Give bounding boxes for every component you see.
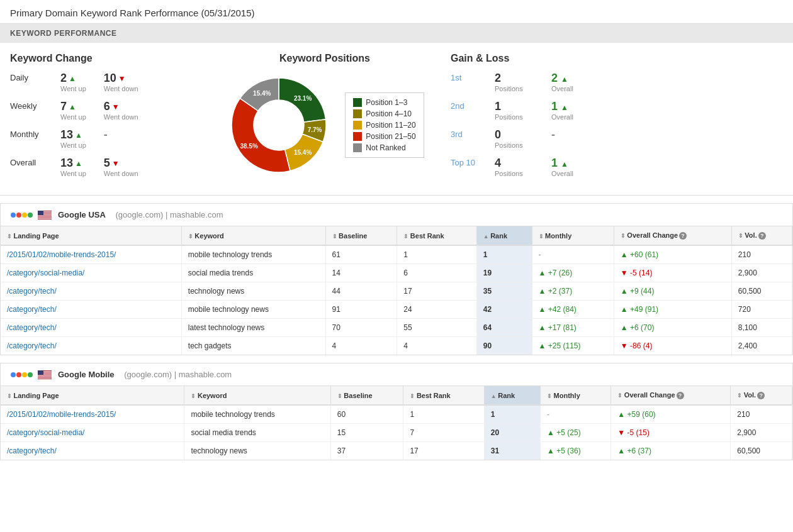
- loss-indicator: ▼ -5 (15): [617, 428, 650, 437]
- kc-up-sub: Went up: [60, 141, 86, 149]
- kc-up-num: 2 ▲: [60, 72, 76, 85]
- sort-icon: ⇕: [403, 233, 410, 240]
- dash-value: -: [539, 250, 541, 259]
- table-header[interactable]: ⇕ Best Rank: [403, 386, 484, 405]
- table-cell: 55: [397, 319, 476, 337]
- legend-color: [353, 143, 362, 152]
- google-icon: [11, 213, 33, 218]
- help-icon[interactable]: ?: [679, 232, 687, 240]
- table-header[interactable]: ⇕ Keyword: [181, 226, 325, 245]
- table-cell: 14: [325, 264, 397, 282]
- table-cell: 1: [484, 405, 540, 424]
- table-row: /category/tech/mobile technology news912…: [1, 301, 792, 319]
- table-cell: 6: [397, 264, 476, 282]
- gl-positions-num: 0: [495, 128, 501, 141]
- legend-item: Position 21–50: [353, 132, 415, 141]
- table-cell: ▲ +5 (36): [541, 442, 611, 460]
- chart-legend-wrap: 23.1%7.7%15.4%38.5%15.4% Position 1–3 Po…: [225, 72, 424, 179]
- table-cell: 8,100: [731, 319, 792, 337]
- gain-indicator: ▲ +59 (60): [617, 410, 655, 419]
- legend-color: [353, 98, 362, 107]
- svg-text:38.5%: 38.5%: [240, 143, 258, 150]
- gain-indicator: ▲ +7 (26): [539, 269, 573, 277]
- gl-positions-col: 4 Positions: [495, 157, 539, 177]
- gl-overall-sub: Overall: [551, 85, 573, 92]
- keyword-change-row: Weekly 7 ▲ Went up 6 ▼ Went down: [10, 100, 199, 121]
- table-header[interactable]: ⇕ Monthly: [532, 226, 614, 245]
- keyword-positions-title: Keyword Positions: [279, 53, 370, 64]
- gain-indicator: ▲ +49 (91): [621, 305, 658, 314]
- table-cell: 4: [325, 337, 397, 355]
- gl-positions-sub: Positions: [495, 85, 523, 92]
- help-icon[interactable]: ?: [758, 232, 766, 240]
- table-header[interactable]: ⇕ Monthly: [541, 386, 611, 405]
- table-cell: 64: [476, 319, 532, 337]
- table-header[interactable]: ⇕ Baseline: [330, 386, 403, 405]
- table-cell: ▼ -5 (14): [614, 264, 731, 282]
- table-cell: 1: [476, 245, 532, 264]
- flag-icon: [38, 211, 52, 219]
- arrow-up-icon: ▲: [69, 74, 76, 83]
- legend-label: Position 1–3: [366, 98, 407, 107]
- gl-label: 3rd: [451, 128, 495, 139]
- sort-icon: ⇕: [621, 233, 627, 239]
- table-title: Google USA: [58, 210, 106, 219]
- google-icon: [11, 372, 33, 377]
- help-icon[interactable]: ?: [677, 392, 684, 399]
- table-cell: 7: [403, 424, 484, 442]
- table-cell: 24: [397, 301, 476, 319]
- gl-positions-sub: Positions: [495, 170, 523, 177]
- table-cell: -: [532, 245, 614, 264]
- gl-overall-num: -: [551, 128, 555, 141]
- table-header[interactable]: ⇕ Vol.?: [731, 226, 792, 245]
- arrow-up-icon: ▲: [561, 75, 568, 84]
- gain-loss-panel: Gain & Loss 1st 2 Positions 2 ▲ Overall …: [451, 53, 783, 185]
- gl-label: Top 10: [451, 157, 495, 167]
- kc-down-sub: Went down: [104, 170, 138, 177]
- kc-label: Overall: [10, 157, 60, 167]
- legend-color: [353, 109, 362, 118]
- gain-indicator: ▲ +2 (37): [539, 287, 573, 296]
- table-header[interactable]: ▲ Rank: [476, 226, 532, 245]
- table-cell: 90: [476, 337, 532, 355]
- table-cell: ▼ -86 (4): [614, 337, 731, 355]
- table-header[interactable]: ⇕ Overall Change?: [611, 386, 731, 405]
- table-cell: tech gadgets: [181, 337, 325, 355]
- table-cell: /category/social-media/: [1, 424, 184, 442]
- sort-icon: ⇕: [188, 233, 195, 240]
- gl-positions-num: 4: [495, 157, 501, 170]
- table-cell: /category/tech/: [1, 319, 181, 337]
- table-cell: ▲ +2 (37): [532, 282, 614, 301]
- gl-positions-sub: Positions: [495, 141, 523, 149]
- legend-label: Not Ranked: [366, 143, 405, 152]
- keyword-change-row: Monthly 13 ▲ Went up -: [10, 128, 199, 149]
- table-header[interactable]: ⇕ Best Rank: [397, 226, 476, 245]
- legend-color: [353, 121, 362, 130]
- tables-container: Google USA (google.com) | mashable.com ⇕…: [0, 203, 793, 460]
- table-header[interactable]: ⇕ Landing Page: [1, 226, 181, 245]
- sort-icon: ⇕: [191, 393, 198, 399]
- gain-loss-row: 3rd 0 Positions -: [451, 128, 783, 149]
- gl-overall-col: 1 ▲ Overall: [551, 157, 595, 177]
- keyword-change-title: Keyword Change: [10, 53, 199, 64]
- table-cell: 70: [325, 319, 397, 337]
- table-cell: ▲ +6 (70): [614, 319, 731, 337]
- table-header[interactable]: ⇕ Landing Page: [1, 386, 184, 405]
- gl-overall-num: 1 ▲: [551, 100, 568, 113]
- table-header[interactable]: ⇕ Baseline: [325, 226, 397, 245]
- gl-overall-num: 1 ▲: [551, 157, 568, 170]
- table-section-header: Google Mobile (google.com) | mashable.co…: [1, 363, 792, 386]
- table-header[interactable]: ⇕ Vol.?: [731, 386, 792, 405]
- table-header[interactable]: ⇕ Keyword: [184, 386, 330, 405]
- loss-indicator: ▼ -86 (4): [621, 341, 653, 350]
- svg-text:15.4%: 15.4%: [253, 90, 271, 97]
- gl-overall-col: 2 ▲ Overall: [551, 72, 595, 92]
- table-header[interactable]: ▲ Rank: [484, 386, 540, 405]
- help-icon[interactable]: ?: [757, 392, 765, 399]
- sort-icon: ▲: [491, 393, 498, 399]
- kc-up-num: 13 ▲: [60, 157, 82, 170]
- table-header[interactable]: ⇕ Overall Change?: [614, 226, 731, 245]
- gain-loss-row: Top 10 4 Positions 1 ▲ Overall: [451, 157, 783, 177]
- table-cell: 44: [325, 282, 397, 301]
- sort-icon: ▲: [483, 233, 490, 240]
